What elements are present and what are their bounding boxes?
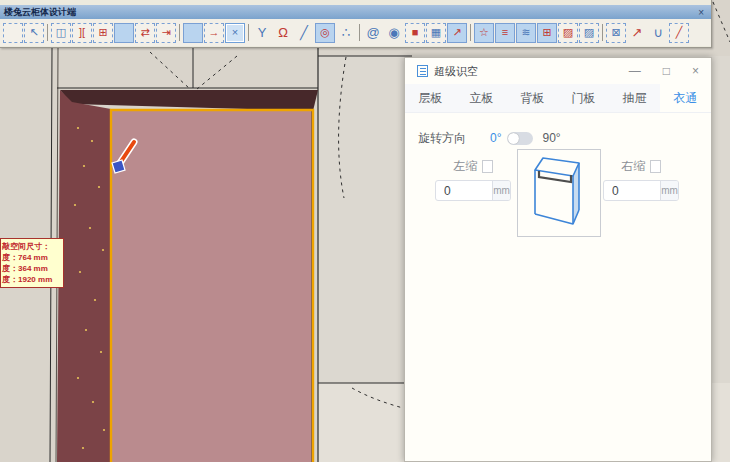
- list-document-icon: [417, 65, 428, 77]
- toolbar-separator: [179, 24, 180, 41]
- close-icon[interactable]: ×: [692, 65, 699, 77]
- toggle-knob: [508, 133, 519, 144]
- tab-层板[interactable]: 层板: [405, 90, 456, 107]
- region-select-cursor-icon[interactable]: ↖: [24, 23, 44, 43]
- wardrobe-rail-preview: [517, 149, 601, 237]
- axis-hexagon-icon[interactable]: Y: [252, 23, 272, 43]
- rotation-option-90[interactable]: 90°: [542, 131, 560, 145]
- toolbar-separator: [602, 24, 603, 41]
- hatch-slash-icon[interactable]: ▨: [579, 23, 599, 43]
- super-space-dialog: 超级识空 — □ × 层板立板背板门板抽屉衣通 旋转方向 0° 90° 左缩 m…: [404, 57, 712, 462]
- toolbar-separator: [359, 24, 360, 41]
- tooltip-line: 度：1920 mm: [2, 274, 61, 285]
- rotation-row: 旋转方向 0° 90°: [418, 129, 711, 147]
- dots-circle-icon[interactable]: ∴: [336, 23, 356, 43]
- delete-board-icon[interactable]: ×: [225, 23, 245, 43]
- clipboard-icon[interactable]: ≡: [495, 23, 515, 43]
- toolbar-separator: [470, 24, 471, 41]
- dialog-title: 超级识空: [434, 64, 607, 79]
- rotation-label: 旋转方向: [418, 130, 466, 147]
- right-shrink-unit: mm: [660, 181, 678, 200]
- magnet-icon[interactable]: Ω: [273, 23, 293, 43]
- tooltip-title: 敲空间尺寸：: [2, 241, 61, 252]
- paint-bucket-icon[interactable]: ∪: [648, 23, 668, 43]
- dimensions-tooltip: 敲空间尺寸： 度：764 mm度：364 mm度：1920 mm: [0, 238, 64, 288]
- paint-brush-icon[interactable]: ╱: [294, 23, 314, 43]
- double-panel-icon[interactable]: ◫: [51, 23, 71, 43]
- dialog-titlebar[interactable]: 超级识空 — □ ×: [405, 58, 711, 84]
- swap-panels-icon[interactable]: ⇄: [135, 23, 155, 43]
- right-shrink-field: mm: [603, 180, 679, 201]
- star-pick-icon[interactable]: ☆: [474, 23, 494, 43]
- rotation-toggle[interactable]: [507, 132, 533, 145]
- expand-tool-icon[interactable]: ↗: [447, 23, 467, 43]
- recognized-space-face[interactable]: [111, 110, 312, 462]
- solid-board-icon[interactable]: [183, 23, 203, 43]
- tab-立板[interactable]: 立板: [456, 90, 507, 107]
- rotation-option-0[interactable]: 0°: [490, 131, 501, 145]
- grid-dot-icon[interactable]: ⊞: [537, 23, 557, 43]
- right-shrink-group: 右缩 mm: [603, 158, 679, 201]
- left-shrink-group: 左缩 mm: [435, 158, 511, 201]
- region-select-icon[interactable]: [3, 23, 23, 43]
- minimize-icon[interactable]: —: [629, 65, 641, 77]
- dialog-tabs: 层板立板背板门板抽屉衣通: [405, 84, 711, 113]
- tab-背板[interactable]: 背板: [507, 90, 558, 107]
- left-shrink-label: 左缩: [454, 158, 478, 175]
- four-panel-icon[interactable]: ⊞: [93, 23, 113, 43]
- niche-left-face: [57, 90, 111, 462]
- tooltip-line: 度：364 mm: [2, 263, 61, 274]
- merge-panels-icon[interactable]: ⇥: [156, 23, 176, 43]
- slash-board-icon[interactable]: ╱: [669, 23, 689, 43]
- maximize-icon[interactable]: □: [663, 65, 670, 77]
- hatch-circle-icon[interactable]: ▨: [558, 23, 578, 43]
- right-shrink-label: 右缩: [622, 158, 646, 175]
- screen-search-icon[interactable]: ◎: [315, 23, 335, 43]
- wave-board-icon[interactable]: ≋: [516, 23, 536, 43]
- left-shrink-input[interactable]: [436, 181, 492, 200]
- move-board-icon[interactable]: →: [204, 23, 224, 43]
- left-shrink-checkbox[interactable]: [482, 160, 493, 173]
- toolbar-icons: ↖◫][⊞⇄⇥→×YΩ╱◎∴@◉■▦↗☆≡≋⊞▨▨⊠↗∪╱: [0, 19, 711, 46]
- line-pencil-icon[interactable]: ↗: [627, 23, 647, 43]
- cube-wireframe: [518, 150, 600, 236]
- tooltip-lines: 度：764 mm度：364 mm度：1920 mm: [2, 252, 61, 285]
- right-shrink-input[interactable]: [604, 181, 660, 200]
- toolbar-title: 楼兔云柜体设计端: [4, 6, 695, 19]
- toolbar-titlebar[interactable]: 楼兔云柜体设计端 ×: [0, 5, 711, 19]
- end-panel-icon[interactable]: ][: [72, 23, 92, 43]
- frame-x-icon[interactable]: ⊠: [606, 23, 626, 43]
- grid-board-icon[interactable]: ▦: [426, 23, 446, 43]
- rotate-tool-icon[interactable]: @: [363, 23, 383, 43]
- tooltip-line: 度：764 mm: [2, 252, 61, 263]
- tab-衣通[interactable]: 衣通: [660, 84, 711, 112]
- toolbar-close-icon[interactable]: ×: [695, 7, 707, 18]
- toolbar-separator: [47, 24, 48, 41]
- solid-panel-icon[interactable]: [114, 23, 134, 43]
- red-box-icon[interactable]: ■: [405, 23, 425, 43]
- tab-门板[interactable]: 门板: [558, 90, 609, 107]
- right-shrink-checkbox[interactable]: [650, 160, 661, 173]
- gear-one-icon[interactable]: ◉: [384, 23, 404, 43]
- tab-抽屉[interactable]: 抽屉: [609, 90, 660, 107]
- left-shrink-field: mm: [435, 180, 511, 201]
- toolbar-separator: [248, 24, 249, 41]
- toolbar-window: 楼兔云柜体设计端 × ↖◫][⊞⇄⇥→×YΩ╱◎∴@◉■▦↗☆≡≋⊞▨▨⊠↗∪╱: [0, 0, 712, 48]
- left-shrink-unit: mm: [492, 181, 510, 200]
